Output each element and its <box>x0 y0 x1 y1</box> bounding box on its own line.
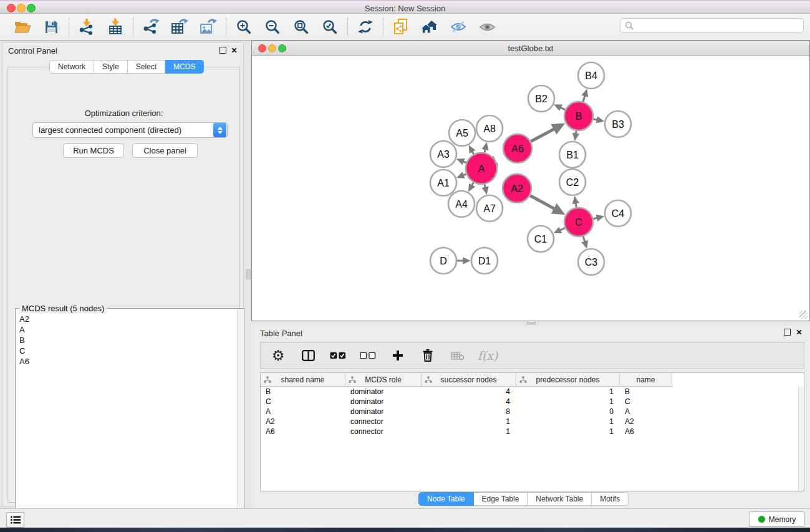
mcds-result-item-b[interactable]: B <box>16 335 238 346</box>
close-panel-button[interactable]: Close panel <box>132 143 198 158</box>
close-table-panel-icon[interactable]: ✕ <box>795 328 803 336</box>
graph-edge-A2-C[interactable] <box>530 195 555 209</box>
add-column-icon[interactable] <box>390 347 406 364</box>
cell-mcds-role[interactable]: dominator <box>345 387 422 397</box>
cell-mcds-role[interactable]: connector <box>345 427 422 437</box>
graph-edge-B-B1[interactable] <box>576 131 576 134</box>
select-all-columns-icon[interactable] <box>330 347 346 364</box>
graph-edge-A6-B[interactable] <box>531 128 554 141</box>
function-builder-icon[interactable]: f(x) <box>480 347 496 364</box>
cell-mcds-role[interactable]: dominator <box>345 397 422 407</box>
tab-select[interactable]: Select <box>128 60 165 74</box>
float-table-panel-icon[interactable] <box>783 328 791 336</box>
cell-shared-name[interactable]: A6 <box>261 427 345 437</box>
hide-selected-icon[interactable] <box>448 17 468 37</box>
save-session-icon[interactable] <box>41 17 61 37</box>
deselect-all-columns-icon[interactable] <box>360 347 376 364</box>
close-panel-icon[interactable]: ✕ <box>230 46 238 54</box>
mcds-result-item-a[interactable]: A <box>16 324 238 335</box>
table-row-a2[interactable]: A2connector11A2 <box>261 417 799 427</box>
table-row-c[interactable]: Cdominator41C <box>261 397 799 407</box>
tab-mcds[interactable]: MCDS <box>165 60 204 74</box>
tab-node-table[interactable]: Node Table <box>418 492 474 506</box>
table-row-a[interactable]: Adominator80A <box>261 407 799 417</box>
cell-name[interactable]: A2 <box>620 417 672 427</box>
table-settings-icon[interactable]: ⚙ <box>270 347 286 364</box>
cell-successor-nodes[interactable]: 1 <box>422 417 516 427</box>
graph-edge-C-C1[interactable] <box>560 228 565 231</box>
graph-edge-A-A3[interactable] <box>463 162 466 163</box>
cell-shared-name[interactable]: A2 <box>261 417 345 427</box>
graph-edge-B-B2[interactable] <box>561 107 566 110</box>
memory-button[interactable]: Memory <box>749 511 805 527</box>
first-neighbors-icon[interactable] <box>420 17 440 37</box>
cell-successor-nodes[interactable]: 4 <box>422 387 516 397</box>
cell-name[interactable]: A <box>620 407 672 417</box>
tab-network[interactable]: Network <box>49 60 94 74</box>
cell-predecessor-nodes[interactable]: 1 <box>516 417 620 427</box>
tab-edge-table[interactable]: Edge Table <box>474 492 528 506</box>
cell-predecessor-nodes[interactable]: 1 <box>516 397 620 407</box>
graph-edge-A-A5[interactable] <box>472 152 473 155</box>
open-session-icon[interactable] <box>12 17 32 37</box>
resize-grip[interactable] <box>799 311 808 319</box>
column-header-successor-nodes[interactable]: successor nodes <box>422 373 516 387</box>
cell-name[interactable]: A6 <box>620 427 672 437</box>
graph-edge-A-A1[interactable] <box>463 174 466 175</box>
mcds-result-item-c[interactable]: C <box>16 346 238 356</box>
vertical-splitter-handle[interactable] <box>246 269 251 279</box>
network-window-titlebar[interactable]: testGlobe.txt <box>252 41 809 56</box>
cell-mcds-role[interactable]: connector <box>345 417 422 427</box>
graph-edge-B-B3[interactable] <box>594 119 597 120</box>
mcds-list-scrollbar[interactable] <box>237 309 243 525</box>
mcds-result-item-a2[interactable]: A2 <box>16 314 238 324</box>
column-header-name[interactable]: name <box>620 373 672 387</box>
cell-predecessor-nodes[interactable]: 1 <box>516 427 620 437</box>
graph-edge-A-A4[interactable] <box>471 183 473 186</box>
cell-predecessor-nodes[interactable]: 1 <box>516 387 620 397</box>
zoom-in-icon[interactable] <box>234 17 254 37</box>
export-network-icon[interactable] <box>141 17 161 37</box>
column-header-shared-name[interactable]: shared name <box>261 373 345 387</box>
float-panel-icon[interactable] <box>219 46 227 54</box>
table-row-a6[interactable]: A6connector11A6 <box>261 427 799 437</box>
zoom-out-icon[interactable] <box>263 17 282 37</box>
tab-style[interactable]: Style <box>94 60 128 74</box>
graph-edge-B-B4[interactable] <box>583 95 585 102</box>
show-all-icon[interactable] <box>477 17 497 37</box>
cell-shared-name[interactable]: A <box>261 407 345 417</box>
import-table-icon[interactable] <box>105 17 125 37</box>
network-canvas[interactable]: B4B2BB3A5A8A6A3B1AC2A1A2A4A7C4CC1C3DD1 <box>253 56 809 320</box>
search-field[interactable] <box>620 18 804 33</box>
zoom-selected-icon[interactable] <box>320 17 340 37</box>
column-header-mcds-role[interactable]: MCDS role <box>345 373 422 387</box>
graph-edge-C-C4[interactable] <box>593 218 597 218</box>
graph-edge-A-A7[interactable] <box>485 184 485 187</box>
graph-edge-C-C2[interactable] <box>576 203 576 207</box>
search-input[interactable] <box>637 21 803 31</box>
refresh-layout-icon[interactable] <box>355 17 375 37</box>
run-mcds-button[interactable]: Run MCDS <box>63 143 124 158</box>
delete-table-icon[interactable] <box>450 347 466 364</box>
graph-edge-A-A8[interactable] <box>485 149 485 152</box>
cell-mcds-role[interactable]: dominator <box>345 407 422 417</box>
table-row-b[interactable]: Bdominator41B <box>261 387 799 397</box>
cell-successor-nodes[interactable]: 4 <box>422 397 516 407</box>
show-panel-list-button[interactable] <box>6 512 24 528</box>
mcds-result-item-a6[interactable]: A6 <box>16 356 238 367</box>
cell-name[interactable]: B <box>620 387 672 397</box>
column-header-predecessor-nodes[interactable]: predecessor nodes <box>516 373 620 387</box>
optimization-criterion-select[interactable]: largest connected component (directed) <box>32 122 228 138</box>
tab-motifs[interactable]: Motifs <box>592 492 629 506</box>
export-table-icon[interactable] <box>170 17 190 37</box>
zoom-fit-icon[interactable] <box>291 17 311 37</box>
cell-shared-name[interactable]: C <box>261 397 345 407</box>
import-network-icon[interactable] <box>77 17 97 37</box>
cell-name[interactable]: C <box>620 397 672 407</box>
column-layout-icon[interactable] <box>300 347 316 364</box>
cell-successor-nodes[interactable]: 8 <box>422 407 516 417</box>
tab-network-table[interactable]: Network Table <box>528 492 592 506</box>
cell-shared-name[interactable]: B <box>261 387 345 397</box>
export-image-icon[interactable] <box>198 17 218 37</box>
delete-column-icon[interactable] <box>420 347 436 364</box>
